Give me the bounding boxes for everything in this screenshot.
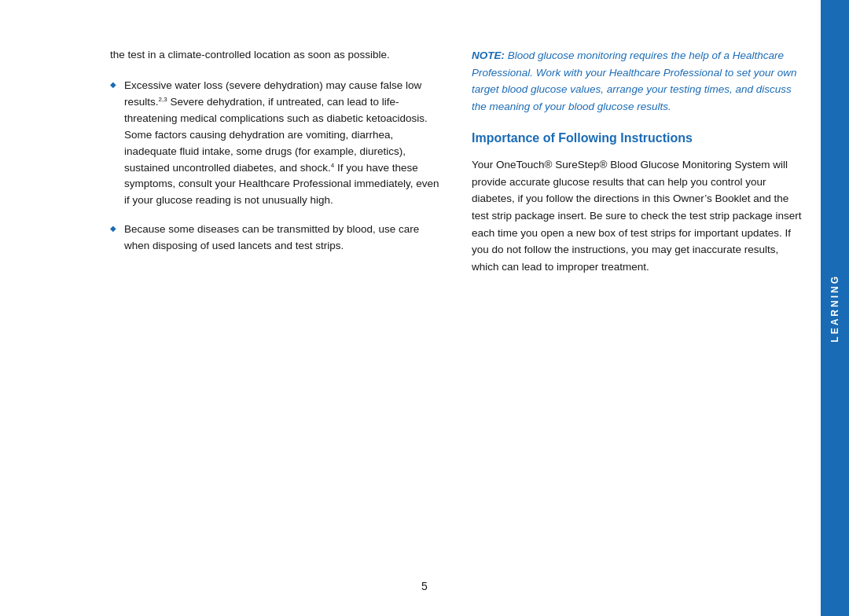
body-text: Your OneTouch® SureStep® Blood Glucose M… xyxy=(472,156,802,275)
list-item: Because some diseases can be transmitted… xyxy=(110,222,440,255)
bullet-text-1: Excessive water loss (severe dehydration… xyxy=(124,79,439,206)
section-heading: Importance of Following Instructions xyxy=(472,130,802,147)
bullet-list: Excessive water loss (severe dehydration… xyxy=(110,78,440,255)
note-block: NOTE: Blood glucose monitoring requires … xyxy=(472,47,802,115)
superscript-2: 4 xyxy=(331,161,334,168)
two-column-layout: the test in a climate-controlled locatio… xyxy=(110,47,802,569)
note-label: NOTE: xyxy=(472,50,505,61)
page-number: 5 xyxy=(421,580,428,592)
superscript-1: 2,3 xyxy=(159,95,167,102)
main-content: the test in a climate-controlled locatio… xyxy=(0,0,849,616)
list-item: Excessive water loss (severe dehydration… xyxy=(110,78,440,209)
bullet-text-2: Because some diseases can be transmitted… xyxy=(124,223,419,251)
page-container: the test in a climate-controlled locatio… xyxy=(0,0,849,616)
note-text: NOTE: Blood glucose monitoring requires … xyxy=(472,47,802,115)
right-column: NOTE: Blood glucose monitoring requires … xyxy=(472,47,802,569)
left-column: the test in a climate-controlled locatio… xyxy=(110,47,440,569)
note-body: Blood glucose monitoring requires the he… xyxy=(472,50,796,112)
intro-text: the test in a climate-controlled locatio… xyxy=(110,47,440,64)
sidebar-tab: LEARNING xyxy=(821,0,849,616)
sidebar-label: LEARNING xyxy=(829,274,840,343)
